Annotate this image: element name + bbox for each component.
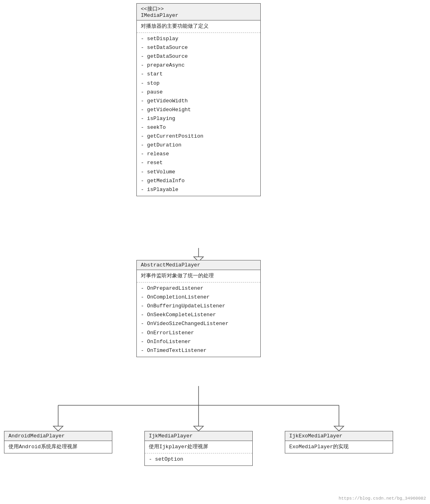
method-item: - OnVideoSizeChangedListener: [141, 319, 256, 328]
iMediaPlayer-header: <<接口>> IMediaPlayer: [137, 4, 260, 20]
method-item: - isPlaying: [141, 114, 256, 123]
iMediaPlayer-stereotype: <<接口>>: [141, 5, 256, 12]
method-item: - OnBufferingUpdateListener: [141, 302, 256, 311]
method-item: - getVideoHeight: [141, 106, 256, 114]
abstractMediaPlayer-methods: - OnPreparedListener- OnCompletionListen…: [137, 282, 260, 357]
ijkMediaPlayer-methods: - setOption: [145, 453, 252, 465]
ijkExoMediaPlayer-section1: ExoMediaPlayer的实现: [285, 441, 393, 453]
iMediaPlayer-methods: - setDisplay- setDataSource- getDataSour…: [137, 33, 260, 196]
method-item: - prepareAsync: [141, 61, 256, 70]
iMediaPlayer-desc: 对播放器的主要功能做了定义: [141, 22, 256, 31]
method-item: - setVolume: [141, 168, 256, 177]
method-item: - release: [141, 150, 256, 159]
method-item: - setOption: [149, 455, 248, 464]
method-item: - OnCompletionListener: [141, 293, 256, 302]
abstractMediaPlayer-name: AbstractMediaPlayer: [141, 262, 256, 268]
svg-marker-7: [194, 426, 203, 431]
iMediaPlayer-section1: 对播放器的主要功能做了定义: [137, 20, 260, 33]
method-item: - getDataSource: [141, 52, 256, 61]
iMediaPlayer-box: <<接口>> IMediaPlayer 对播放器的主要功能做了定义 - setD…: [136, 3, 261, 196]
svg-marker-5: [53, 426, 63, 431]
ijkExoMediaPlayer-name: IjkExoMediaPlayer: [289, 433, 389, 439]
ijkMediaPlayer-header: IjkMediaPlayer: [145, 431, 252, 441]
method-item: - getMediaInfo: [141, 177, 256, 185]
androidMediaPlayer-name: AndroidMediaPlayer: [8, 433, 108, 439]
method-item: - getVideoWidth: [141, 97, 256, 106]
method-item: - getCurrentPosition: [141, 132, 256, 141]
method-item: - OnInfoListener: [141, 337, 256, 346]
ijkExoMediaPlayer-desc: ExoMediaPlayer的实现: [289, 443, 389, 451]
abstractMediaPlayer-section1: 对事件监听对象做了统一的处理: [137, 270, 260, 282]
ijkMediaPlayer-desc: 使用Ijkplayer处理视屏: [149, 443, 248, 451]
method-item: - isPlayable: [141, 185, 256, 194]
androidMediaPlayer-section1: 使用Android系统库处理视屏: [4, 441, 112, 453]
method-item: - setDataSource: [141, 43, 256, 52]
method-item: - setDisplay: [141, 35, 256, 43]
diagram-container: <<接口>> IMediaPlayer 对播放器的主要功能做了定义 - setD…: [0, 0, 430, 504]
method-item: - getDuration: [141, 141, 256, 150]
androidMediaPlayer-box: AndroidMediaPlayer 使用Android系统库处理视屏: [4, 431, 112, 453]
method-item: - stop: [141, 79, 256, 88]
abstractMediaPlayer-box: AbstractMediaPlayer 对事件监听对象做了统一的处理 - OnP…: [136, 260, 261, 357]
ijkExoMediaPlayer-box: IjkExoMediaPlayer ExoMediaPlayer的实现: [285, 431, 393, 453]
method-item: - start: [141, 70, 256, 79]
method-item: - OnTimedTextListener: [141, 346, 256, 355]
iMediaPlayer-name: IMediaPlayer: [141, 12, 256, 18]
ijkExoMediaPlayer-header: IjkExoMediaPlayer: [285, 431, 393, 441]
androidMediaPlayer-header: AndroidMediaPlayer: [4, 431, 112, 441]
svg-marker-9: [334, 426, 344, 431]
method-item: - OnPreparedListener: [141, 284, 256, 293]
abstractMediaPlayer-desc: 对事件监听对象做了统一的处理: [141, 272, 256, 280]
method-item: - reset: [141, 159, 256, 167]
abstractMediaPlayer-header: AbstractMediaPlayer: [137, 260, 260, 270]
ijkMediaPlayer-section1: 使用Ijkplayer处理视屏: [145, 441, 252, 453]
method-item: - pause: [141, 88, 256, 97]
method-item: - seekTo: [141, 123, 256, 132]
method-item: - OnSeekCompleteListener: [141, 311, 256, 319]
method-item: - OnErrorListener: [141, 329, 256, 337]
androidMediaPlayer-desc: 使用Android系统库处理视屏: [8, 443, 108, 451]
ijkMediaPlayer-box: IjkMediaPlayer 使用Ijkplayer处理视屏 - setOpti…: [144, 431, 253, 466]
watermark: https://blog.csdn.net/bg_34960082: [339, 496, 426, 501]
ijkMediaPlayer-name: IjkMediaPlayer: [149, 433, 248, 439]
